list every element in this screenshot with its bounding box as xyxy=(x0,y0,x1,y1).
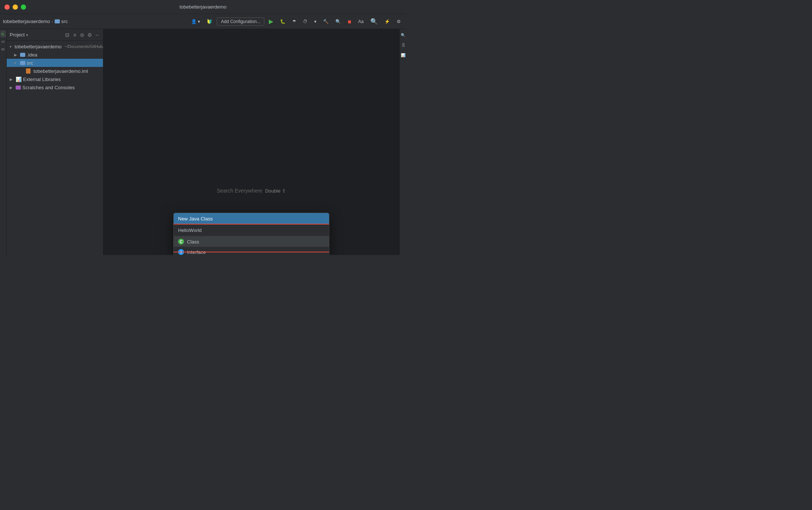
filter-icon[interactable]: ⊜ xyxy=(79,32,85,38)
coverage-button[interactable]: ☂ xyxy=(290,18,299,25)
tree-scratches[interactable]: ▶ Scratches and Consoles xyxy=(7,83,103,91)
search-hint-key: Double ⇧ xyxy=(265,188,286,194)
main-toolbar: tobebetterjavaerdemo › src 👤 ▾ 🔰 Add Con… xyxy=(0,14,406,29)
build-button[interactable]: 🔨 xyxy=(321,18,331,25)
list-item-interface[interactable]: I Interface xyxy=(174,247,329,255)
folder-icon xyxy=(55,19,60,23)
right-tab-search[interactable]: 🔍 xyxy=(400,30,406,39)
scratch-folder-icon xyxy=(16,85,21,90)
scratch-arrow: ▶ xyxy=(10,85,14,90)
sort-icon[interactable]: ≡ xyxy=(72,32,78,38)
main-content: Search Everywhere Double ⇧ New Java Clas… xyxy=(103,29,399,255)
class-label: Class xyxy=(187,239,199,245)
dialog-title: New Java Class xyxy=(178,216,213,222)
ext-libs-icon: 📊 xyxy=(16,77,22,82)
window-controls[interactable] xyxy=(4,4,26,10)
tree-external-libs[interactable]: ▶ 📊 External Libraries xyxy=(7,75,103,83)
src-arrow: ▾ xyxy=(14,61,19,65)
tree-iml[interactable]: tobebetterjavaerdemo.iml xyxy=(7,67,103,75)
toolbar-right: 👤 ▾ 🔰 Add Configuration... ▶ 🐛 ☂ ⏱ ▾ 🔨 🔍… xyxy=(189,17,403,26)
search-everywhere-hint: Search Everywhere Double ⇧ xyxy=(217,188,286,194)
close-panel-icon[interactable]: − xyxy=(94,32,100,38)
ext-arrow: ▶ xyxy=(10,77,14,81)
more-run-button[interactable]: ▾ xyxy=(312,18,319,25)
list-item-class[interactable]: C Class xyxy=(174,236,329,247)
user-button[interactable]: 👤 ▾ xyxy=(189,18,202,25)
maximize-button[interactable] xyxy=(21,4,26,10)
breadcrumb-project[interactable]: tobebetterjavaerdemo xyxy=(3,19,50,24)
settings-panel-icon[interactable]: ⚙ xyxy=(87,32,93,38)
tree-root[interactable]: ▾ tobebetterjavaerdemo ~/Documents/GitHu… xyxy=(7,42,103,51)
breadcrumb-src[interactable]: src xyxy=(61,19,68,24)
vcs-button[interactable]: 🔰 xyxy=(204,18,215,25)
breadcrumb: tobebetterjavaerdemo › src xyxy=(3,19,187,24)
project-panel: Project ▾ ⊟ ≡ ⊜ ⚙ − ▾ tobebetterjavaerde… xyxy=(7,29,103,255)
tree-idea[interactable]: ▶ .idea xyxy=(7,51,103,59)
interface-icon: I xyxy=(178,249,184,255)
left-tab-bookmarks[interactable]: B xyxy=(0,46,6,53)
expand-arrow: ▾ xyxy=(10,45,12,49)
search-hint-text: Search Everywhere xyxy=(217,188,262,194)
dialog-input-row xyxy=(174,225,329,236)
notifications-button[interactable]: ⚡ xyxy=(382,18,392,25)
profile-button[interactable]: ⏱ xyxy=(301,18,310,25)
panel-header: Project ▾ ⊟ ≡ ⊜ ⚙ − xyxy=(7,29,103,41)
window-title: tobebetterjavaerdemo xyxy=(180,4,226,10)
panel-icons: ⊟ ≡ ⊜ ⚙ − xyxy=(64,32,100,38)
debug-button[interactable]: 🐛 xyxy=(278,18,288,25)
search-button[interactable]: 🔍 xyxy=(368,17,380,26)
titlebar: tobebetterjavaerdemo xyxy=(0,0,406,14)
left-tab-project[interactable]: P xyxy=(0,30,6,38)
idea-arrow: ▶ xyxy=(14,53,19,57)
translate-button[interactable]: Aa xyxy=(356,18,366,25)
collapse-icon[interactable]: ⊟ xyxy=(64,32,70,38)
breadcrumb-sep: › xyxy=(51,19,53,24)
dialog-header: New Java Class xyxy=(174,213,329,225)
dialog-list: C Class I Interface E Enum @ Annotation xyxy=(174,236,329,255)
close-button[interactable] xyxy=(4,4,10,10)
stop-button[interactable]: ◼ xyxy=(345,18,354,25)
inspect-button[interactable]: 🔍 xyxy=(333,18,343,25)
tree-src[interactable]: ▾ src xyxy=(7,59,103,67)
class-name-input[interactable] xyxy=(178,227,325,234)
right-tab-datatools[interactable]: 📊 xyxy=(400,51,406,59)
right-tab-database[interactable]: 🗄 xyxy=(400,41,406,49)
class-icon: C xyxy=(178,239,184,245)
interface-label: Interface xyxy=(187,249,206,255)
file-tree: ▾ tobebetterjavaerdemo ~/Documents/GitHu… xyxy=(7,41,103,255)
left-tab-structure[interactable]: S xyxy=(0,38,6,45)
run-button[interactable]: ▶ xyxy=(267,17,276,26)
panel-title: Project ▾ xyxy=(10,32,62,38)
new-java-class-dialog: New Java Class C Class I Interface xyxy=(173,213,329,255)
minimize-button[interactable] xyxy=(13,4,18,10)
idea-folder-icon xyxy=(20,53,25,57)
settings-button[interactable]: ⚙ xyxy=(394,18,403,25)
iml-file-icon xyxy=(26,68,30,74)
src-folder-icon xyxy=(20,61,25,65)
add-configuration-button[interactable]: Add Configuration... xyxy=(217,17,264,26)
